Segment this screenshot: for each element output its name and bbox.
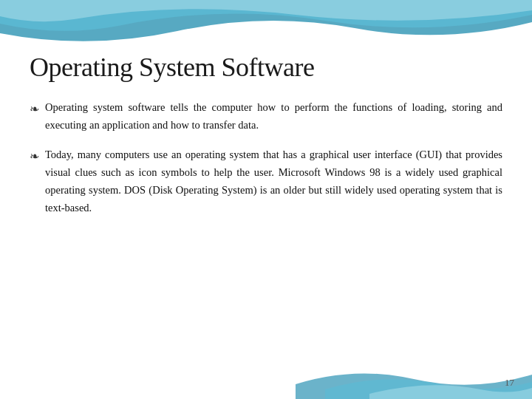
- slide-container: Operating System Software ❧ Operating sy…: [0, 0, 532, 399]
- bullet-text-1: Operating system software tells the comp…: [45, 99, 502, 134]
- bullet-symbol-2: ❧: [30, 147, 39, 166]
- slide-content: Operating System Software ❧ Operating sy…: [0, 0, 532, 251]
- wave-bottom-decoration: [296, 344, 532, 399]
- bullet-symbol-1: ❧: [30, 100, 39, 119]
- bullet-text-2: Today, many computers use an operating s…: [45, 146, 502, 217]
- bullet-item-1: ❧ Operating system software tells the co…: [30, 99, 502, 134]
- bullet-item-2: ❧ Today, many computers use an operating…: [30, 146, 502, 217]
- slide-title: Operating System Software: [30, 52, 502, 83]
- bullet-list: ❧ Operating system software tells the co…: [30, 99, 502, 217]
- slide-number: 17: [505, 377, 514, 389]
